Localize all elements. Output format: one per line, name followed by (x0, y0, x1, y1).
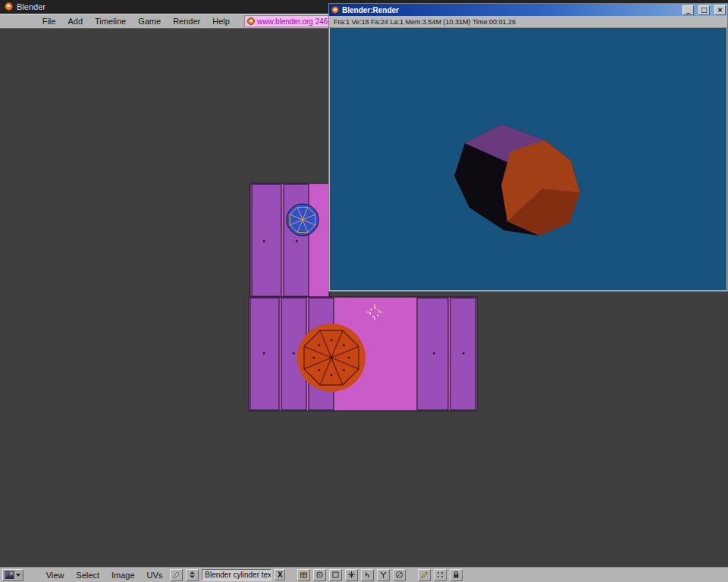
render-viewport (330, 28, 726, 290)
uv-island-bottom[interactable] (249, 297, 477, 411)
lock-icon (452, 571, 460, 579)
menu-view[interactable]: View (42, 571, 69, 580)
render-stats: Fra:1 Ve:18 Fa:24 La:1 Mem:3.54M (10.31M… (329, 16, 727, 28)
header-collapse-icon[interactable]: ▽ (30, 571, 36, 579)
clip-uv-button[interactable] (393, 569, 406, 581)
uv-island-top[interactable] (250, 183, 329, 297)
menu-render[interactable]: Render (167, 17, 206, 26)
image-paint-button[interactable] (313, 569, 326, 581)
update-lock-button[interactable] (450, 569, 463, 581)
image-editor-header: ▽ View Select Image UVs Blender cylinder… (0, 567, 728, 582)
unlink-image-button[interactable]: X (275, 569, 285, 580)
paint-icon (315, 571, 324, 579)
editor-type-icon (5, 571, 14, 579)
axis-icon (379, 571, 388, 579)
menu-select[interactable]: Select (71, 571, 104, 580)
blender-logo-icon (331, 6, 339, 14)
clip-uv-icon (395, 571, 403, 579)
menu-timeline[interactable]: Timeline (89, 17, 132, 26)
menu-uvs[interactable]: UVs (143, 571, 168, 580)
render-window-titlebar[interactable]: Blender:Render _ □ × (329, 4, 727, 16)
menu-add[interactable]: Add (61, 17, 89, 26)
image-name-field[interactable]: Blender cylinder text (202, 569, 271, 580)
blender-logo-icon (247, 17, 255, 25)
menu-file[interactable]: File (36, 17, 62, 26)
stipple-display-button[interactable] (434, 569, 447, 581)
render-result (330, 28, 726, 290)
render-window: Blender:Render _ □ × Fra:1 Ve:18 Fa:24 L… (328, 3, 728, 292)
uv-cap-wheel-large[interactable] (297, 324, 366, 392)
render-window-title: Blender:Render (342, 6, 678, 14)
app-title: Blender (17, 2, 46, 11)
brush-tool-button[interactable] (170, 569, 183, 581)
menu-game[interactable]: Game (132, 17, 167, 26)
brush-icon (172, 571, 180, 579)
pack-image-icon (300, 571, 308, 579)
stipple-icon (436, 571, 444, 579)
pencil-icon (420, 571, 428, 579)
maximize-button[interactable]: □ (698, 5, 710, 15)
image-browse-icon (188, 571, 196, 579)
snapshot-icon (347, 571, 356, 579)
menu-help[interactable]: Help (206, 17, 236, 26)
version-banner: www.blender.org 246 (244, 15, 329, 27)
sticky-uv-icon (363, 571, 372, 579)
snapshot-button[interactable] (345, 569, 358, 581)
close-button[interactable]: × (714, 5, 726, 15)
draw-tool-button[interactable] (418, 569, 431, 581)
version-banner-text: www.blender.org 246 (257, 17, 328, 26)
sticky-uv-button[interactable] (361, 569, 374, 581)
minimize-button[interactable]: _ (682, 5, 694, 15)
axis-constraint-button[interactable] (377, 569, 390, 581)
tile-icon (331, 571, 340, 579)
menu-image[interactable]: Image (107, 571, 140, 580)
uv-cap-wheel-small[interactable] (287, 204, 318, 236)
editor-type-selector[interactable] (2, 569, 24, 581)
chevron-down-icon (16, 574, 20, 577)
tile-mode-button[interactable] (329, 569, 342, 581)
menubar-collapse-icon[interactable]: ▽ (23, 17, 29, 26)
image-browse-button[interactable] (186, 569, 199, 581)
blender-logo-icon (5, 2, 13, 11)
pack-image-button[interactable] (297, 569, 310, 581)
